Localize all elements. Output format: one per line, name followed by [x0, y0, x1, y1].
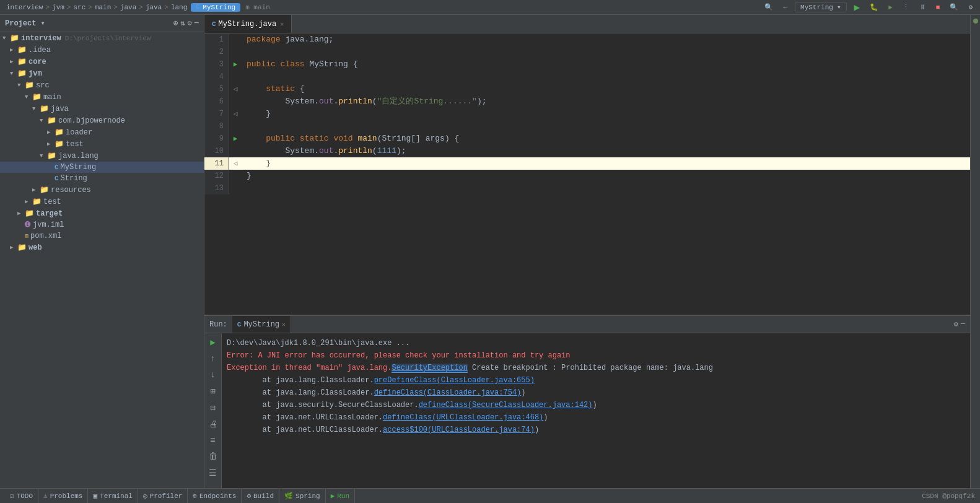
toolbar-stop[interactable]: ■	[934, 2, 943, 12]
tree-item-resources[interactable]: 📁 resources	[0, 184, 204, 196]
run-tab-close-icon[interactable]: ✕	[282, 321, 286, 328]
run-stop-button[interactable]: ↑	[209, 352, 216, 365]
tree-item-target[interactable]: 📁 target	[0, 208, 204, 219]
breadcrumb-java2[interactable]: java	[146, 4, 162, 11]
tree-item-test-inner[interactable]: 📁 test	[0, 138, 204, 150]
breadcrumb-interview[interactable]: interview	[6, 4, 43, 11]
line-content-11: }	[242, 157, 970, 170]
tree-item-test-src[interactable]: 📁 test	[0, 196, 204, 208]
folder-icon: 📁	[17, 69, 27, 78]
build-label: Build	[253, 492, 274, 500]
folder-icon: 📁	[25, 81, 34, 90]
classloader-define-link[interactable]: defineClass(ClassLoader.java:754)	[374, 388, 522, 397]
breadcrumb-lang[interactable]: lang	[171, 4, 187, 11]
breadcrumb-jvm[interactable]: jvm	[52, 4, 64, 11]
more-run-button[interactable]: ⋮	[900, 2, 912, 12]
tree-item-jvm-iml[interactable]: 🅘 jvm.iml	[0, 219, 204, 230]
status-item-endpoints[interactable]: ⊕ Endpoints	[188, 489, 242, 503]
sidebar-locate-icon[interactable]: ⊕	[173, 19, 178, 28]
toolbar-pause[interactable]: ⏸	[917, 2, 929, 12]
run-tab-mystring[interactable]: C MyString ✕	[232, 316, 291, 333]
output-line-error: Error: A JNI error has occurred, please …	[227, 349, 965, 362]
tree-item-core[interactable]: 📁 core	[0, 56, 204, 68]
tree-item-interview[interactable]: 📁 interview D:\projects\interview	[0, 32, 204, 44]
breadcrumb-src[interactable]: src	[73, 4, 85, 11]
run-play-button[interactable]: ▶	[209, 336, 216, 349]
expand-icon	[32, 186, 40, 193]
toolbar-search[interactable]: 🔍	[762, 2, 776, 12]
tree-label: target	[36, 209, 63, 218]
endpoints-label: Endpoints	[199, 492, 236, 500]
code-line-11: 11 ◁ }	[204, 157, 970, 170]
status-right-watermark: CSDN @popqf2k	[922, 492, 975, 500]
status-item-problems[interactable]: ⚠ Problems	[38, 489, 88, 503]
tree-item-src[interactable]: 📁 src	[0, 79, 204, 91]
urlclassloader-access-link[interactable]: access$100(URLClassLoader.java:74)	[383, 426, 535, 434]
tree-item-loader[interactable]: 📁 loader	[0, 126, 204, 138]
line-num-12: 12	[204, 170, 229, 182]
tree-item-jvm[interactable]: 📁 jvm	[0, 68, 204, 79]
code-line-2: 2	[204, 46, 970, 58]
terminal-icon: ▣	[93, 492, 97, 500]
iml-file-icon: 🅘	[25, 221, 31, 229]
tree-item-pom-xml[interactable]: m pom.xml	[0, 230, 204, 242]
run-panel-header: Run: C MyString ✕ ⚙ —	[204, 316, 970, 333]
tree-item-main[interactable]: 📁 main	[0, 91, 204, 103]
run-print-button[interactable]: 🖨	[208, 418, 219, 431]
run-rerun-button[interactable]: ↓	[209, 369, 216, 381]
tree-label: com.bjpowernode	[58, 116, 125, 125]
run-filter-button[interactable]: ≡	[209, 434, 216, 447]
line-num-10: 10	[204, 145, 229, 157]
tree-item-web[interactable]: 📁 web	[0, 242, 204, 253]
tree-label: test	[43, 198, 61, 206]
status-item-run[interactable]: ▶ Run	[326, 489, 355, 503]
breadcrumb-main[interactable]: main	[95, 4, 111, 11]
classloader-predefine-link[interactable]: preDefineClass(ClassLoader.java:655)	[374, 376, 535, 385]
line-num-4: 4	[204, 71, 229, 83]
tab-close-icon[interactable]: ✕	[280, 20, 284, 28]
java-file-icon: C	[55, 164, 59, 171]
toolbar-settings[interactable]: ⚙	[966, 2, 975, 12]
coverage-button[interactable]: ▶	[886, 2, 895, 12]
main-area: Project ▾ ⊕ ⇅ ⚙ — 📁 interview D:\project…	[0, 15, 980, 488]
status-item-profiler[interactable]: ◎ Profiler	[138, 489, 188, 503]
run-wrap-button[interactable]: ⊟	[209, 401, 216, 414]
run-more-button[interactable]: ☰	[208, 466, 218, 479]
spring-icon: 🌿	[284, 492, 293, 500]
tree-item-com-bjpowernode[interactable]: 📁 com.bjpowernode	[0, 115, 204, 126]
sidebar-sort-icon[interactable]: ⇅	[180, 19, 185, 28]
run-trash-button[interactable]: 🗑	[208, 450, 219, 463]
tree-label: interview	[21, 34, 61, 43]
tab-mystring-java[interactable]: C MyString.java ✕	[204, 15, 292, 33]
run-scroll-button[interactable]: ⊞	[209, 385, 216, 398]
sidebar-close-icon[interactable]: —	[195, 19, 199, 28]
status-item-todo[interactable]: ☑ TODO	[5, 489, 38, 503]
line-num-11: 11	[204, 157, 229, 170]
tree-item-mystring[interactable]: C MyString	[0, 162, 204, 173]
run-minimize-icon[interactable]: —	[961, 320, 965, 329]
code-line-3: 3 ▶ public class MyString {	[204, 58, 970, 71]
status-item-spring[interactable]: 🌿 Spring	[279, 489, 326, 503]
status-item-build[interactable]: ⚙ Build	[242, 489, 279, 503]
toolbar-search2[interactable]: 🔍	[947, 2, 961, 12]
status-item-terminal[interactable]: ▣ Terminal	[88, 489, 138, 503]
debug-button[interactable]: 🐛	[867, 2, 881, 12]
tree-item-string[interactable]: C String	[0, 173, 204, 184]
urlclassloader-define-link[interactable]: defineClass(URLClassLoader.java:468)	[383, 413, 543, 422]
breadcrumb-java[interactable]: java	[120, 4, 136, 11]
line-num-6: 6	[204, 95, 229, 108]
run-config-selector[interactable]: MyString ▾	[795, 2, 846, 12]
tree-label: web	[28, 243, 42, 252]
spring-label: Spring	[295, 492, 320, 500]
run-status-label: Run	[337, 492, 349, 500]
run-button[interactable]: ▶	[852, 0, 863, 15]
run-settings-icon[interactable]: ⚙	[954, 320, 958, 329]
line-content-12: }	[242, 170, 970, 182]
tree-item-java-lang[interactable]: 📁 java.lang	[0, 150, 204, 162]
secureclassloader-link[interactable]: defineClass(SecureClassLoader.java:142)	[419, 401, 593, 409]
toolbar-back[interactable]: ←	[781, 2, 790, 12]
sidebar-settings-icon[interactable]: ⚙	[188, 19, 192, 28]
security-exception-link[interactable]: SecurityException	[392, 364, 467, 373]
tree-item-idea[interactable]: 📁 .idea	[0, 44, 204, 56]
tree-item-java[interactable]: 📁 java	[0, 103, 204, 115]
